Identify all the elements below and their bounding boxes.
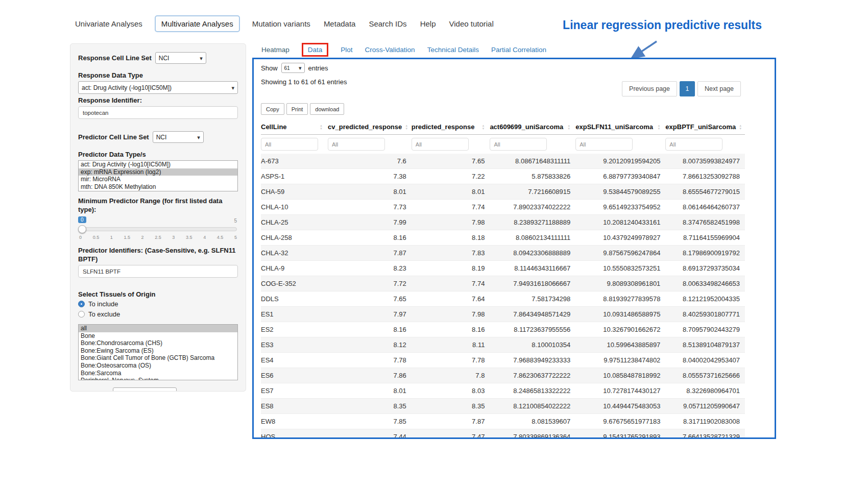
column-header-expbptf-unisarcoma[interactable]: expBPTF_uniSarcoma xyxy=(665,119,745,135)
entries-count-select[interactable]: 61 xyxy=(281,63,305,73)
nav-item-metadata[interactable]: Metadata xyxy=(323,16,357,31)
nav-item-search-ids[interactable]: Search IDs xyxy=(368,16,407,31)
radio-to-include[interactable]: To include xyxy=(78,300,238,308)
page-1-button[interactable]: 1 xyxy=(680,81,695,96)
value-cell: 7.86613253092788 xyxy=(665,169,745,184)
value-cell: 8.70957902443279 xyxy=(665,322,745,337)
listbox-option-bone-chondrosarcoma-chs[interactable]: Bone:Chondrosarcoma (CHS) xyxy=(79,339,237,347)
tab-plot[interactable]: Plot xyxy=(341,46,352,54)
filter-cell xyxy=(665,135,745,154)
radio-button-icon xyxy=(78,301,85,307)
slider-tick-labels: 00.511.522.533.544.55 xyxy=(79,235,237,240)
download-button[interactable]: download xyxy=(310,103,344,115)
column-header-label: cv_predicted_response xyxy=(328,123,402,131)
radio-to-exclude[interactable]: To exclude xyxy=(78,310,238,318)
value-cell: 10.3267901662672 xyxy=(575,322,665,337)
sort-icon[interactable] xyxy=(657,124,660,130)
filter-cell xyxy=(328,135,412,154)
listbox-option-bone-sarcoma[interactable]: Bone:Sarcoma xyxy=(79,370,237,377)
sort-icon[interactable] xyxy=(567,124,570,130)
filter-input-act609699-unisarcoma[interactable] xyxy=(490,138,547,151)
column-header-expslfn11-unisarcoma[interactable]: expSLFN11_uniSarcoma xyxy=(575,119,665,135)
sort-icon[interactable] xyxy=(481,124,485,130)
previous-page-button[interactable]: Previous page xyxy=(622,81,677,96)
sidebar-panel: Response Cell Line Set NCI Response Data… xyxy=(70,43,246,392)
predictor-data-type-listbox[interactable]: act: Drug Activity (-log10[IC50M])exp: m… xyxy=(78,160,238,191)
table-row: ES47.787.787.968839492333339.97511238474… xyxy=(261,353,745,368)
listbox-option-act-drug-activity-log10-ic50m[interactable]: act: Drug Activity (-log10[IC50M]) xyxy=(79,161,237,168)
value-cell: 8.24865813322222 xyxy=(490,383,575,399)
slider-handle[interactable] xyxy=(78,225,86,233)
slider-track[interactable] xyxy=(79,227,237,231)
nav-item-help[interactable]: Help xyxy=(419,16,437,31)
tab-technical-details[interactable]: Technical Details xyxy=(427,46,479,54)
listbox-option-mir-microrna[interactable]: mir: MicroRNA xyxy=(79,176,237,183)
listbox-option-bone[interactable]: Bone xyxy=(79,332,237,340)
copy-button[interactable]: Copy xyxy=(261,103,284,115)
data-table: CellLinecv_predicted_responsepredicted_r… xyxy=(261,119,745,439)
filter-input-expbptf-unisarcoma[interactable] xyxy=(665,138,722,151)
show-entries-prefix: Show xyxy=(261,64,278,72)
listbox-option-exp-mrna-expression-log2[interactable]: exp: mRNA Expression (log2) xyxy=(79,168,237,176)
predictor-cell-line-set-select[interactable]: NCI xyxy=(153,131,204,143)
main-tabs: HeatmapDataPlotCross-ValidationTechnical… xyxy=(261,44,546,55)
value-cell: 8.71164155969904 xyxy=(665,230,745,246)
sort-icon[interactable] xyxy=(405,124,408,130)
listbox-option-all[interactable]: all xyxy=(79,325,237,332)
response-data-type-value: act: Drug Activity (-log10[IC50M]) xyxy=(82,84,172,91)
response-data-type-select[interactable]: act: Drug Activity (-log10[IC50M]) xyxy=(78,81,238,94)
nav-item-video-tutorial[interactable]: Video tutorial xyxy=(448,16,494,31)
value-cell: 5.875833826 xyxy=(490,169,575,184)
value-cell: 8.12100854022222 xyxy=(490,399,575,414)
listbox-option-bone-osteosarcoma-os[interactable]: Bone:Osteosarcoma (OS) xyxy=(79,362,237,370)
cellline-cell: ASPS-1 xyxy=(261,169,328,184)
nav-item-mutation-variants[interactable]: Mutation variants xyxy=(251,16,311,31)
value-cell: 8.08602134111111 xyxy=(490,230,575,246)
next-page-button[interactable]: Next page xyxy=(697,81,741,96)
filter-input-cellline[interactable] xyxy=(261,138,318,151)
predictor-identifiers-input[interactable] xyxy=(78,265,238,278)
sort-icon[interactable] xyxy=(739,124,742,130)
tab-data[interactable]: Data xyxy=(302,43,329,57)
value-cell: 7.47 xyxy=(412,429,490,440)
value-cell: 7.78 xyxy=(412,353,490,368)
value-cell: 7.6 xyxy=(328,154,412,169)
listbox-option-peripheral-nervous-system[interactable]: Peripheral_Nervous_System xyxy=(79,377,237,380)
table-row: ES67.867.87.8623063772222210.08584878189… xyxy=(261,368,745,383)
filter-input-cv-predicted-response[interactable] xyxy=(328,138,385,151)
print-button[interactable]: Print xyxy=(286,103,308,115)
table-row: ES28.168.168.1172363795555610.3267901662… xyxy=(261,322,745,337)
value-cell: 10.0858487818992 xyxy=(575,368,665,383)
value-cell: 8.00633498246653 xyxy=(665,276,745,291)
response-cell-line-set-label: Response Cell Line Set xyxy=(78,54,152,62)
column-header-act609699-unisarcoma[interactable]: act609699_uniSarcoma xyxy=(490,119,575,135)
listbox-option-bone-giant-cell-tumor-of-bone-gctb-sarcoma[interactable]: Bone:Giant Cell Tumor of Bone (GCTB) Sar… xyxy=(79,354,237,362)
cellline-cell: CHLA-9 xyxy=(261,261,328,276)
value-cell: 8.06146464260737 xyxy=(665,200,745,215)
nav-item-univariate-analyses[interactable]: Univariate Analyses xyxy=(74,16,143,31)
listbox-option-mth-dna-850k-methylation[interactable]: mth: DNA 850K Methylation xyxy=(79,183,237,191)
response-data-type-label: Response Data Type xyxy=(78,71,238,80)
response-cell-line-set-select[interactable]: NCI xyxy=(155,52,206,64)
filter-input-expslfn11-unisarcoma[interactable] xyxy=(575,138,633,151)
tab-heatmap[interactable]: Heatmap xyxy=(261,46,290,54)
sort-icon[interactable] xyxy=(320,124,323,130)
nav-item-multivariate-analyses[interactable]: Multivariate Analyses xyxy=(155,15,240,32)
tissue-listbox[interactable]: allBoneBone:Chondrosarcoma (CHS)Bone:Ewi… xyxy=(78,324,238,380)
value-cell: 7.83 xyxy=(412,246,490,261)
column-header-predicted-response[interactable]: predicted_response xyxy=(412,119,490,135)
filter-input-predicted-response[interactable] xyxy=(412,138,469,151)
value-cell: 7.74 xyxy=(412,200,490,215)
column-header-cellline[interactable]: CellLine xyxy=(261,119,328,135)
cellline-cell: ES3 xyxy=(261,337,328,353)
response-identifier-input[interactable] xyxy=(78,106,238,119)
value-cell: 8.03 xyxy=(412,383,490,399)
value-cell: 8.01 xyxy=(328,184,412,200)
column-header-cv-predicted-response[interactable]: cv_predicted_response xyxy=(328,119,412,135)
slider-tick-label: 3.5 xyxy=(186,235,192,240)
algorithm-select[interactable]: Linear Regression xyxy=(113,387,177,392)
listbox-option-bone-ewing-sarcoma-es[interactable]: Bone:Ewing Sarcoma (ES) xyxy=(79,347,237,355)
tab-cross-validation[interactable]: Cross-Validation xyxy=(365,46,415,54)
value-cell: 9.67675651977183 xyxy=(575,414,665,429)
tab-partial-correlation[interactable]: Partial Correlation xyxy=(491,46,546,54)
